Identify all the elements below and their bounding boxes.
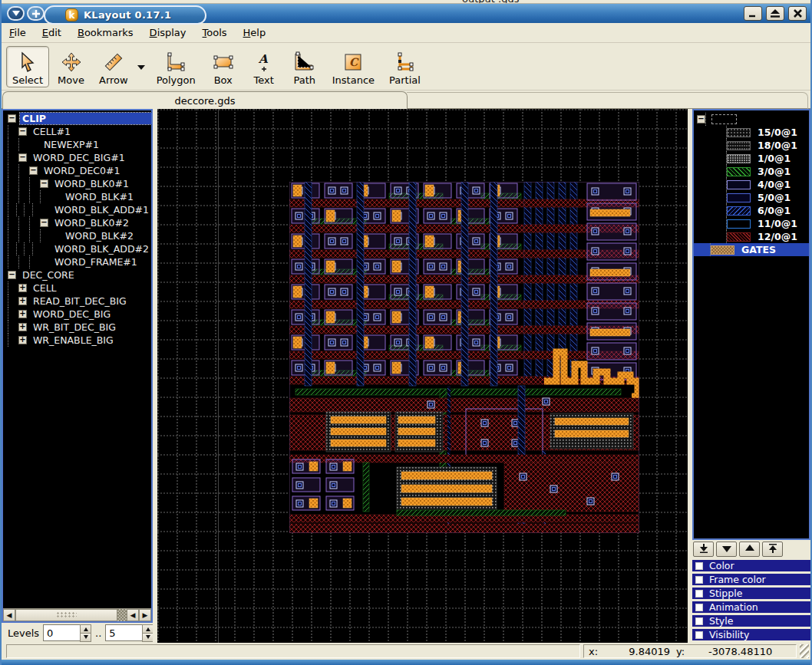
layer-row-18-0-1[interactable]: 18/0@1 [694, 139, 809, 152]
layer-swatch[interactable] [727, 193, 751, 202]
level-from-up-button[interactable] [80, 624, 91, 634]
layer-row-15-0-1[interactable]: 15/0@1 [694, 126, 809, 139]
attr-row-color[interactable]: Color [692, 560, 810, 571]
attr-row-visibility[interactable]: Visibility [692, 629, 810, 640]
resize-grip[interactable] [800, 644, 809, 658]
cell-tree-item-wr_enable_big[interactable]: +WR_ENABLE_BIG [3, 334, 151, 347]
layer-swatch[interactable] [727, 219, 751, 229]
close-button[interactable] [788, 6, 807, 21]
tool-partial-button[interactable]: Partial [383, 46, 427, 87]
layer-row-5-0-1[interactable]: 5/0@1 [694, 191, 809, 204]
tool-box-button[interactable]: Box [204, 46, 243, 87]
layer-row-11-0-1[interactable]: 11/0@1 [694, 217, 809, 230]
cell-tree-hscrollbar[interactable]: ◀ ◀ ▶ [3, 608, 151, 621]
expand-box[interactable]: + [18, 297, 27, 305]
attr-row-animation[interactable]: Animation [692, 601, 810, 613]
cell-tree-item-word_blk#1[interactable]: WORD_BLK#1 [3, 190, 151, 203]
collapse-box[interactable]: − [8, 114, 16, 123]
tool-arrow-button[interactable]: Arrow [93, 46, 134, 87]
attr-row-frame-color[interactable]: Frame color [692, 574, 810, 585]
attr-row-stipple[interactable]: Stipple [692, 588, 810, 599]
layer-row-1-0-1[interactable]: 1/0@1 [694, 152, 809, 165]
attr-expand-box[interactable] [695, 631, 703, 639]
menu-file[interactable]: File [9, 27, 26, 38]
layer-row-4-0-1[interactable]: 4/0@1 [694, 178, 809, 191]
cell-tree-item-word_dec_big#1[interactable]: −WORD_DEC_BIG#1 [3, 151, 151, 164]
layer-swatch[interactable] [727, 154, 751, 163]
level-from-spinbox[interactable]: 0 [43, 624, 91, 641]
tool-select-button[interactable]: Select [6, 46, 49, 87]
tool-move-button[interactable]: Move [51, 46, 91, 87]
tool-path-button[interactable]: Path [286, 46, 324, 87]
level-from-down-button[interactable] [80, 634, 91, 642]
tool-polygon-button[interactable]: Polygon [150, 46, 202, 87]
collapse-box[interactable]: − [29, 166, 38, 175]
layer-row-gates[interactable]: GATES [694, 243, 809, 256]
attr-expand-box[interactable] [695, 562, 703, 570]
cell-tree-item-word_blk0#2[interactable]: −WORD_BLK0#2 [3, 216, 151, 229]
cell-tree-item-wr_bit_dec_big[interactable]: +WR_BIT_DEC_BIG [3, 321, 151, 334]
layer-row-6-0-1[interactable]: 6/0@1 [694, 204, 809, 217]
scrollbar-track[interactable] [117, 609, 127, 621]
collapse-box[interactable]: − [18, 127, 27, 136]
level-from-value[interactable]: 0 [43, 624, 80, 641]
window-shade-button[interactable] [7, 6, 25, 21]
scrollbar-thumb[interactable] [15, 609, 117, 621]
layer-swatch[interactable] [711, 245, 734, 255]
expand-box[interactable]: + [18, 336, 27, 344]
menu-help[interactable]: Help [243, 27, 266, 38]
scroll-left-button-2[interactable]: ◀ [127, 609, 139, 621]
layer-swatch[interactable] [727, 180, 751, 189]
layer-group-root[interactable]: − [694, 113, 809, 126]
menu-display[interactable]: Display [150, 27, 186, 38]
cell-tree[interactable]: −CLIP−CELL#1NEWEXP#1−WORD_DEC_BIG#1−WORD… [3, 110, 151, 608]
cell-tree-item-cell#1[interactable]: −CELL#1 [3, 125, 151, 138]
cell-tree-item-cell[interactable]: +CELL [3, 281, 151, 295]
cell-tree-item-word_blk_add#2[interactable]: WORD_BLK_ADD#2 [3, 242, 151, 255]
move-to-bottom-button[interactable] [693, 542, 714, 557]
layout-canvas[interactable] [157, 109, 688, 643]
maximize-button[interactable] [766, 6, 784, 21]
collapse-box[interactable]: − [8, 271, 16, 279]
collapse-box[interactable]: − [40, 219, 48, 227]
layer-swatch[interactable] [727, 141, 751, 150]
cell-tree-item-word_blk0#1[interactable]: −WORD_BLK0#1 [3, 177, 151, 190]
layer-swatch[interactable] [727, 128, 751, 137]
level-to-spinbox[interactable]: 5 [105, 624, 153, 641]
expand-box[interactable]: + [18, 310, 27, 318]
cell-tree-item-word_blk_add#1[interactable]: WORD_BLK_ADD#1 [3, 203, 151, 216]
minimize-button[interactable] [744, 6, 762, 21]
menu-tools[interactable]: Tools [203, 27, 227, 38]
cell-tree-item-word_dec_big[interactable]: +WORD_DEC_BIG [3, 308, 151, 321]
move-down-button[interactable] [716, 542, 737, 557]
cell-tree-item-newexp#1[interactable]: NEWEXP#1 [3, 138, 151, 151]
attr-row-style[interactable]: Style [692, 615, 810, 627]
tool-instance-button[interactable]: CInstance [326, 46, 381, 87]
level-to-value[interactable]: 5 [105, 624, 142, 641]
menu-edit[interactable]: Edit [42, 27, 61, 38]
collapse-box[interactable]: − [18, 153, 27, 162]
expand-box[interactable]: + [18, 284, 27, 292]
cell-tree-item-word_frame#1[interactable]: WORD_FRAME#1 [3, 255, 151, 268]
cell-tree-item-word_dec0#1[interactable]: −WORD_DEC0#1 [3, 164, 151, 177]
scroll-left-button[interactable]: ◀ [3, 609, 15, 621]
attr-expand-box[interactable] [695, 576, 703, 584]
layer-row-12-0-1[interactable]: 12/0@1 [694, 230, 809, 243]
menu-bookmarks[interactable]: Bookmarks [78, 27, 134, 38]
attr-expand-box[interactable] [695, 617, 703, 625]
layer-swatch[interactable] [727, 206, 751, 216]
cell-tree-item-word_blk#2[interactable]: WORD_BLK#2 [3, 229, 151, 242]
tool-text-button[interactable]: AText [245, 46, 283, 87]
collapse-box[interactable]: − [697, 115, 705, 123]
tab-deccore-gds[interactable]: deccore.gds [2, 91, 408, 109]
layer-list[interactable]: −15/0@118/0@11/0@13/0@14/0@15/0@16/0@111… [692, 109, 810, 540]
layer-swatch[interactable] [727, 232, 751, 242]
window-menu-button[interactable] [27, 6, 45, 21]
layer-swatch[interactable] [727, 167, 751, 176]
expand-box[interactable]: + [18, 323, 27, 331]
attr-expand-box[interactable] [695, 590, 703, 598]
cell-tree-item-read_bit_dec_big[interactable]: +READ_BIT_DEC_BIG [3, 295, 151, 308]
scroll-right-button[interactable]: ▶ [139, 609, 151, 621]
title-bar[interactable]: k KLayout 0.17.1 [2, 4, 810, 23]
layer-row-3-0-1[interactable]: 3/0@1 [694, 165, 809, 178]
